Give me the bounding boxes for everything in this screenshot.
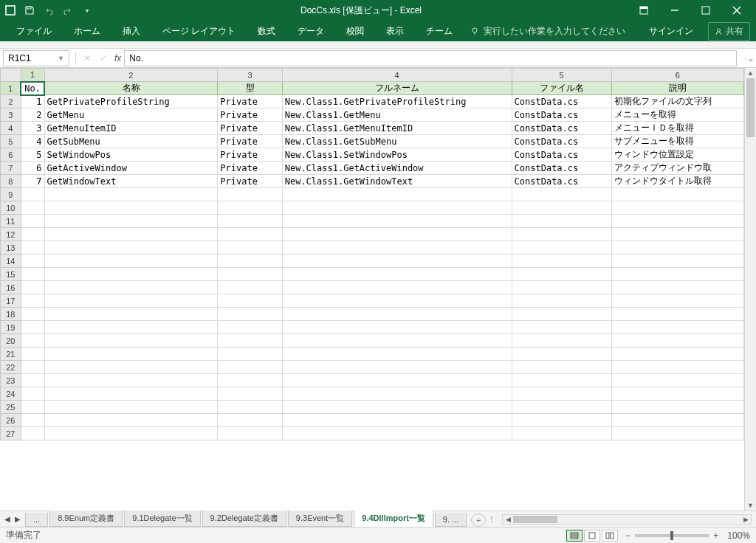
header-cell[interactable]: No. — [21, 82, 44, 95]
cell[interactable] — [218, 201, 282, 215]
sheet-nav-next-icon[interactable]: ▶ — [15, 515, 21, 523]
cell[interactable] — [611, 387, 743, 401]
cell[interactable] — [512, 427, 611, 440]
cell[interactable] — [44, 334, 218, 347]
cell[interactable]: New.Class1.GetWindowText — [282, 175, 512, 188]
cell[interactable] — [282, 241, 512, 255]
row-header[interactable]: 7 — [1, 162, 21, 175]
tell-me-search[interactable]: 実行したい作業を入力してください — [470, 25, 625, 38]
row-header[interactable]: 25 — [1, 401, 21, 414]
cell[interactable]: ウィンドウタイトル取得 — [611, 175, 743, 188]
scroll-left-icon[interactable]: ◀ — [503, 516, 513, 523]
cell[interactable] — [218, 321, 282, 334]
cell[interactable] — [611, 401, 743, 414]
cell[interactable] — [512, 387, 611, 401]
cell[interactable] — [44, 268, 218, 281]
cell[interactable] — [21, 414, 44, 427]
zoom-out-button[interactable]: − — [625, 530, 630, 541]
cell[interactable] — [44, 215, 218, 228]
row-header[interactable]: 8 — [1, 175, 21, 188]
cell[interactable] — [218, 241, 282, 255]
cell[interactable] — [44, 387, 218, 401]
header-cell[interactable]: ファイル名 — [512, 82, 611, 95]
cell[interactable] — [218, 268, 282, 281]
cell[interactable]: ウィンドウ位置設定 — [611, 148, 743, 162]
row-header[interactable]: 2 — [1, 95, 21, 108]
header-cell[interactable]: 名称 — [44, 82, 218, 95]
cell[interactable]: GetActiveWindow — [44, 162, 218, 175]
cell[interactable] — [512, 321, 611, 334]
redo-icon[interactable] — [62, 4, 74, 16]
cell[interactable] — [611, 201, 743, 215]
row-header[interactable]: 23 — [1, 374, 21, 387]
cell[interactable] — [44, 374, 218, 387]
sheet-tab-event[interactable]: 9.3Event一覧 — [288, 511, 352, 527]
row-header[interactable]: 24 — [1, 387, 21, 401]
cell[interactable]: New.Class1.GetMenuItemID — [282, 122, 512, 135]
tab-team[interactable]: チーム — [416, 22, 463, 41]
row-header[interactable]: 4 — [1, 122, 21, 135]
cell[interactable]: Private — [218, 175, 282, 188]
cell[interactable] — [44, 414, 218, 427]
cell[interactable] — [218, 255, 282, 268]
cell[interactable] — [218, 361, 282, 374]
cell[interactable] — [218, 281, 282, 294]
cell[interactable] — [282, 414, 512, 427]
column-header[interactable]: 4 — [282, 69, 512, 82]
cell[interactable] — [218, 228, 282, 241]
cell[interactable]: GetWindowText — [44, 175, 218, 188]
cell[interactable] — [21, 374, 44, 387]
cell[interactable] — [21, 387, 44, 401]
cell[interactable] — [21, 255, 44, 268]
cell[interactable] — [21, 347, 44, 361]
page-break-view-icon[interactable] — [602, 530, 618, 542]
row-header[interactable]: 5 — [1, 135, 21, 148]
cell[interactable] — [21, 228, 44, 241]
cell[interactable] — [21, 361, 44, 374]
cancel-formula-icon[interactable]: ✕ — [79, 50, 95, 66]
cell[interactable] — [611, 241, 743, 255]
cell[interactable] — [218, 427, 282, 440]
cell[interactable]: 2 — [21, 108, 44, 122]
name-box-dropdown-icon[interactable]: ▼ — [58, 55, 64, 62]
cell[interactable] — [611, 361, 743, 374]
cell[interactable] — [512, 241, 611, 255]
cell[interactable]: New.Class1.SetWindowPos — [282, 148, 512, 162]
header-cell[interactable]: 型 — [218, 82, 282, 95]
column-header[interactable]: 3 — [218, 69, 282, 82]
sheet-tab-enum[interactable]: 8.9Enum定義書 — [49, 511, 123, 527]
row-header[interactable]: 16 — [1, 281, 21, 294]
sheet-tab-ellipsis[interactable]: ... — [25, 513, 48, 527]
cell[interactable] — [611, 188, 743, 201]
cell[interactable] — [21, 308, 44, 321]
cell[interactable]: ConstData.cs — [512, 148, 611, 162]
scroll-right-icon[interactable]: ▶ — [740, 516, 751, 523]
sheet-tab-more[interactable]: 9. ... — [435, 513, 467, 527]
cell[interactable] — [611, 308, 743, 321]
cell[interactable] — [218, 294, 282, 308]
cell[interactable]: Private — [218, 135, 282, 148]
tab-home[interactable]: ホーム — [63, 22, 111, 41]
cell[interactable] — [512, 374, 611, 387]
cell[interactable]: ConstData.cs — [512, 135, 611, 148]
cell[interactable]: New.Class1.GetActiveWindow — [282, 162, 512, 175]
cell[interactable] — [282, 401, 512, 414]
cell[interactable]: New.Class1.GetMenu — [282, 108, 512, 122]
row-header[interactable]: 20 — [1, 334, 21, 347]
save-icon[interactable] — [24, 4, 35, 16]
row-header[interactable]: 3 — [1, 108, 21, 122]
cell[interactable] — [218, 188, 282, 201]
ribbon-options-icon[interactable] — [629, 0, 659, 21]
cell[interactable]: 5 — [21, 148, 44, 162]
cell[interactable]: ConstData.cs — [512, 95, 611, 108]
cell[interactable] — [282, 188, 512, 201]
row-header[interactable]: 26 — [1, 414, 21, 427]
cell[interactable] — [282, 334, 512, 347]
normal-view-icon[interactable] — [566, 530, 583, 542]
cell[interactable] — [282, 268, 512, 281]
vertical-scroll-thumb[interactable] — [746, 78, 755, 137]
cell[interactable] — [218, 387, 282, 401]
cell[interactable] — [512, 201, 611, 215]
cell[interactable] — [218, 347, 282, 361]
cell[interactable] — [611, 215, 743, 228]
